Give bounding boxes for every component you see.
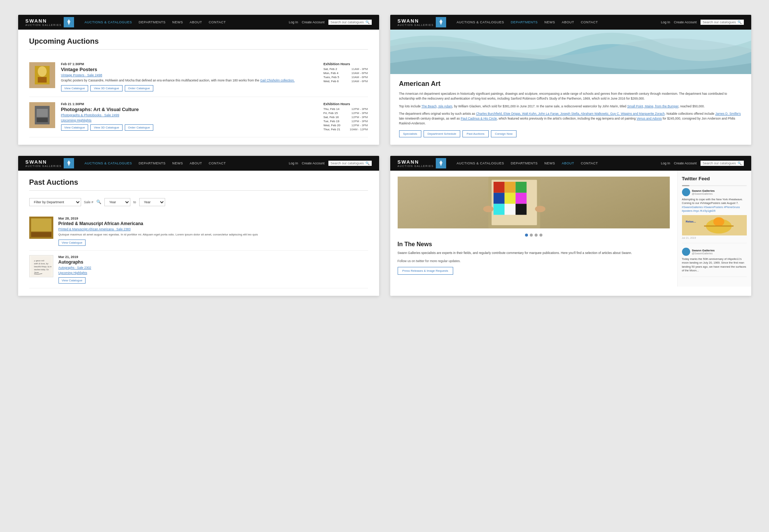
tweet-handle-1: @SwannGalleries: [692, 193, 715, 195]
logo-icon-2: [436, 17, 446, 27]
brand-name-4: SWANN: [398, 159, 434, 165]
dept-schedule-btn[interactable]: Department Schedule: [424, 130, 460, 137]
logo-2: SWANN AUCTION GALLERIES: [398, 17, 447, 27]
logo-text-block: SWANN AUCTION GALLERIES: [26, 18, 62, 27]
nav-departments-3[interactable]: DEPARTMENTS: [136, 160, 169, 167]
search-input-3[interactable]: [331, 161, 364, 165]
nav-contact-2[interactable]: CONTACT: [578, 19, 601, 26]
brand-name-2: SWANN: [398, 18, 434, 24]
news-body: Swann Galleries specialists are experts …: [398, 251, 670, 255]
logo-4: SWANN AUCTION GALLERIES: [398, 158, 447, 168]
nav-contact-4[interactable]: CONTACT: [578, 160, 601, 167]
login-link-3[interactable]: Log In: [289, 161, 298, 165]
past-link-2[interactable]: Autographs · Sale 2302: [58, 266, 368, 270]
header-3: SWANN AUCTION GALLERIES AUCTIONS & CATAL…: [18, 156, 379, 171]
search-icon-4[interactable]: 🔍: [738, 161, 742, 165]
upcoming-highlights-link-3[interactable]: Upcoming Highlights: [58, 271, 368, 275]
department-filter[interactable]: Filter by Department: [29, 198, 81, 206]
nav-auctions-2[interactable]: AUCTIONS & CATALOGUES: [454, 19, 507, 26]
exhibition-hours-2: Exhibition Hours Thu, Feb 1412PM - 3PM F…: [324, 102, 368, 132]
search-box-3: 🔍: [328, 161, 372, 166]
news-hero-inner: [398, 177, 670, 228]
nav-auctions-3[interactable]: AUCTIONS & CATALOGUES: [81, 160, 135, 167]
page-title-3: Past Auctions: [29, 178, 368, 191]
panel-departments: SWANN AUCTION GALLERIES AUCTIONS & CATAL…: [390, 15, 751, 145]
year-to-filter[interactable]: Year: [139, 198, 165, 206]
nav-about-3[interactable]: ABOUT: [187, 160, 205, 167]
view-catalogue-btn-2[interactable]: View Catalogue: [61, 124, 88, 131]
page-title-1: Upcoming Auctions: [29, 37, 368, 50]
nav-news-2[interactable]: NEWS: [541, 19, 558, 26]
nav-auctions-4[interactable]: AUCTIONS & CATALOGUES: [454, 160, 507, 167]
brand-name-3: SWANN: [26, 159, 62, 165]
order-catalogue-btn-1[interactable]: Order Catalogue: [125, 85, 153, 91]
panel-past-auctions: SWANN AUCTION GALLERIES AUCTIONS & CATAL…: [18, 156, 379, 296]
svg-text:y gece mit: y gece mit: [34, 260, 44, 262]
nav-about-2[interactable]: ABOUT: [559, 19, 577, 26]
brand-sub: AUCTION GALLERIES: [26, 24, 62, 26]
nav-about[interactable]: ABOUT: [187, 19, 205, 26]
login-link-2[interactable]: Log In: [661, 20, 670, 24]
create-account-link-4[interactable]: Create Account: [674, 161, 697, 165]
nav-news[interactable]: NEWS: [169, 19, 186, 26]
specialists-btn[interactable]: Specialists: [399, 130, 421, 137]
nav-about-4[interactable]: ABOUT: [559, 160, 577, 167]
past-auctions-btn[interactable]: Past Auctions: [462, 130, 488, 137]
svg-rect-4: [37, 109, 48, 117]
exh-title-1: Exhibition Hours: [324, 62, 368, 66]
search-icon-2[interactable]: 🔍: [738, 20, 742, 24]
view-catalogue-btn-1[interactable]: View Catalogue: [61, 85, 88, 91]
auction-link-2[interactable]: Photographs & Photobooks · Sale 2499: [61, 113, 318, 117]
svg-rect-25: [515, 193, 526, 204]
upcoming-highlights-link-1[interactable]: Upcoming Highlights: [61, 118, 318, 122]
panel3-content: Past Auctions Filter by Department Sale …: [18, 171, 379, 296]
search-icon[interactable]: 🔍: [365, 20, 370, 24]
header-right-4: Log In Create Account 🔍: [661, 161, 744, 166]
dot-2[interactable]: [530, 234, 533, 237]
sale-search-icon[interactable]: 🔍: [96, 200, 101, 204]
panel-about: SWANN AUCTION GALLERIES AUCTIONS & CATAL…: [390, 156, 751, 296]
sale-label: Sale #: [84, 200, 94, 204]
nav-auctions-catalogues[interactable]: AUCTIONS & CATALOGUES: [81, 19, 135, 26]
auction-image-1: [29, 62, 55, 88]
consign-now-btn[interactable]: Consign Now: [491, 130, 517, 137]
dot-1[interactable]: [525, 234, 528, 237]
create-account-link-2[interactable]: Create Account: [674, 20, 697, 24]
view-3d-catalogue-btn-2[interactable]: View 3D Catalogue: [90, 124, 122, 131]
svg-rect-8: [31, 218, 51, 231]
year-from-filter[interactable]: Year: [104, 198, 130, 206]
logo-text-block-2: SWANN AUCTION GALLERIES: [398, 18, 434, 27]
nav-news-4[interactable]: NEWS: [541, 160, 558, 167]
nav-departments-4[interactable]: DEPARTMENTS: [508, 160, 541, 167]
create-account-link-3[interactable]: Create Account: [302, 161, 325, 165]
view-catalogue-past-1[interactable]: View Catalogue: [58, 240, 86, 246]
search-icon-3[interactable]: 🔍: [365, 161, 370, 165]
dot-4[interactable]: [539, 234, 542, 237]
view-catalogue-past-2[interactable]: View Catalogue: [58, 277, 86, 284]
order-catalogue-btn-2[interactable]: Order Catalogue: [125, 124, 153, 131]
past-link-1[interactable]: Printed & Manuscript African Americana ·…: [58, 227, 368, 231]
tweet-handle-2: @SwannGalleries: [692, 252, 715, 255]
press-releases-btn[interactable]: Press Releases & Image Requests: [398, 267, 453, 275]
nav-contact-3[interactable]: CONTACT: [206, 160, 229, 167]
login-link-4[interactable]: Log In: [661, 161, 670, 165]
dot-3[interactable]: [535, 234, 538, 237]
past-info-2: Mar 21, 2019 Autographs Autographs · Sal…: [58, 255, 368, 284]
header-4: SWANN AUCTION GALLERIES AUCTIONS & CATAL…: [390, 156, 751, 171]
nav-contact[interactable]: CONTACT: [206, 19, 229, 26]
login-link[interactable]: Log In: [289, 20, 298, 24]
view-3d-catalogue-btn-1[interactable]: View 3D Catalogue: [90, 85, 122, 91]
search-box: 🔍: [328, 20, 372, 25]
nav-departments-2[interactable]: DEPARTMENTS: [508, 19, 541, 26]
search-input-4[interactable]: [703, 161, 736, 165]
search-input-2[interactable]: [703, 20, 736, 24]
create-account-link[interactable]: Create Account: [302, 20, 325, 24]
svg-text:Javes: Javes: [34, 271, 39, 274]
nav-2: AUCTIONS & CATALOGUES DEPARTMENTS NEWS A…: [454, 19, 657, 26]
search-input[interactable]: [331, 20, 364, 24]
nav-news-3[interactable]: NEWS: [169, 160, 186, 167]
exh-title-2: Exhibition Hours: [324, 102, 368, 106]
panel-upcoming-auctions: SWANN AUCTION GALLERIES AUCTIONS & CATAL…: [18, 15, 379, 145]
auction-link-1[interactable]: Vintage Posters · Sale 2498: [61, 73, 318, 77]
nav-departments[interactable]: DEPARTMENTS: [136, 19, 169, 26]
